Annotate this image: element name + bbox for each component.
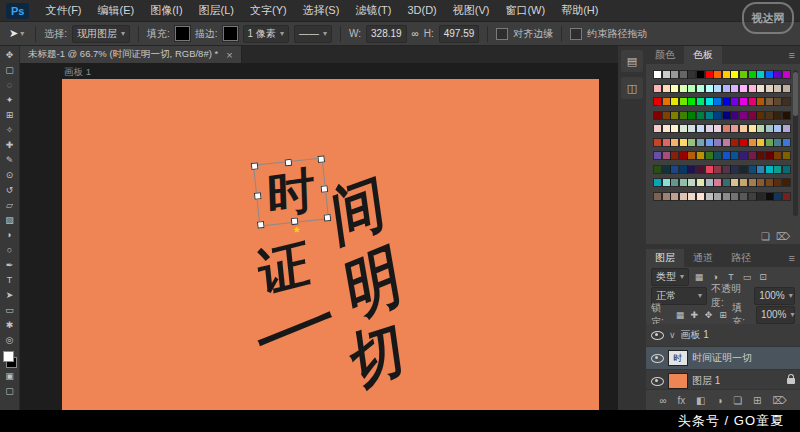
color-swatch[interactable]: [663, 166, 670, 173]
color-swatch[interactable]: [680, 179, 687, 186]
color-swatch[interactable]: [774, 71, 781, 78]
color-swatch[interactable]: [731, 112, 738, 119]
color-swatch[interactable]: [654, 139, 661, 146]
color-swatch[interactable]: [774, 179, 781, 186]
color-swatch[interactable]: [714, 71, 721, 78]
color-swatch[interactable]: [671, 125, 678, 132]
color-swatch[interactable]: [697, 179, 704, 186]
color-swatch[interactable]: [671, 71, 678, 78]
color-swatch[interactable]: [723, 139, 730, 146]
color-swatch[interactable]: [757, 71, 764, 78]
document-tab[interactable]: 未标题-1 @ 66.7% (时间证明一切, RGB/8#) * ×: [20, 46, 242, 63]
color-swatch[interactable]: [774, 98, 781, 105]
delete-layer-icon[interactable]: ⌦: [772, 395, 786, 406]
color-swatch[interactable]: [740, 125, 747, 132]
color-swatch[interactable]: [749, 152, 756, 159]
color-swatch[interactable]: [706, 166, 713, 173]
color-swatch[interactable]: [688, 112, 695, 119]
color-swatch[interactable]: [774, 85, 781, 92]
color-swatch[interactable]: [749, 179, 756, 186]
color-swatch[interactable]: [714, 166, 721, 173]
color-swatch[interactable]: [688, 98, 695, 105]
color-swatch[interactable]: [757, 166, 764, 173]
gradient-tool[interactable]: ▨: [2, 213, 18, 227]
menu-item[interactable]: 文件(F): [37, 4, 89, 16]
color-swatch[interactable]: [654, 98, 661, 105]
close-icon[interactable]: ×: [226, 49, 232, 61]
color-swatch[interactable]: [766, 152, 773, 159]
layer-mask-icon[interactable]: ◧: [696, 395, 705, 406]
layer-row[interactable]: ∨画板 1: [646, 324, 800, 347]
color-swatch[interactable]: [654, 193, 661, 200]
color-swatch[interactable]: [783, 193, 790, 200]
color-swatch[interactable]: [749, 98, 756, 105]
artboard[interactable]: [62, 79, 599, 410]
artboard-label[interactable]: 画板 1: [64, 66, 91, 79]
quick-selection-tool[interactable]: ✦: [2, 93, 18, 107]
new-swatch-icon[interactable]: ❏: [761, 231, 770, 242]
color-swatch[interactable]: [663, 125, 670, 132]
color-swatch[interactable]: [774, 152, 781, 159]
color-swatch[interactable]: [766, 112, 773, 119]
color-swatch[interactable]: [714, 193, 721, 200]
color-swatch[interactable]: [774, 139, 781, 146]
color-swatch[interactable]: [663, 139, 670, 146]
stroke-swatch[interactable]: [223, 26, 238, 41]
transform-handle[interactable]: [254, 192, 262, 200]
color-swatch[interactable]: [697, 166, 704, 173]
fill-opacity-dropdown[interactable]: 100% ▾: [756, 306, 795, 324]
filter-shape-icon[interactable]: ▭: [741, 272, 753, 282]
lock-all-icon[interactable]: ⊞: [718, 310, 728, 320]
clone-stamp-tool[interactable]: ⊙: [2, 168, 18, 182]
color-swatch[interactable]: [706, 125, 713, 132]
lock-pixels-icon[interactable]: ✚: [689, 310, 699, 320]
color-swatch[interactable]: [731, 125, 738, 132]
color-swatch[interactable]: [757, 193, 764, 200]
color-swatch[interactable]: [783, 71, 790, 78]
color-swatch[interactable]: [680, 85, 687, 92]
color-swatch[interactable]: [680, 98, 687, 105]
color-swatch[interactable]: [757, 152, 764, 159]
quick-mask-icon[interactable]: ▣: [2, 369, 18, 383]
filter-type-dropdown[interactable]: 类型 ▾: [651, 268, 689, 286]
color-swatch[interactable]: [766, 71, 773, 78]
color-swatch[interactable]: [697, 139, 704, 146]
color-swatch[interactable]: [680, 193, 687, 200]
color-swatch[interactable]: [766, 193, 773, 200]
color-swatch[interactable]: [740, 193, 747, 200]
color-swatch[interactable]: [757, 139, 764, 146]
color-swatch[interactable]: [723, 71, 730, 78]
transform-handle[interactable]: [321, 185, 329, 193]
color-swatch[interactable]: [714, 112, 721, 119]
transform-bbox[interactable]: [253, 158, 329, 227]
blur-tool[interactable]: ◗: [2, 228, 18, 242]
menu-item[interactable]: 编辑(E): [90, 4, 143, 16]
color-swatch[interactable]: [749, 166, 756, 173]
delete-swatch-icon[interactable]: ⌦: [776, 231, 790, 242]
color-swatch[interactable]: [671, 139, 678, 146]
move-tool[interactable]: ✥: [2, 48, 18, 62]
link-dimensions-icon[interactable]: ∞: [412, 28, 419, 39]
color-swatch[interactable]: [688, 193, 695, 200]
color-swatch[interactable]: [671, 193, 678, 200]
color-swatch[interactable]: [783, 179, 790, 186]
color-swatch[interactable]: [688, 125, 695, 132]
select-mode-dropdown[interactable]: 现用图层 ▾: [72, 25, 130, 43]
layer-row[interactable]: 图层 1: [646, 370, 800, 389]
color-swatch[interactable]: [749, 139, 756, 146]
color-swatch[interactable]: [723, 112, 730, 119]
color-swatch[interactable]: [749, 125, 756, 132]
collapsed-panel-icon-a[interactable]: ▤: [621, 50, 643, 72]
color-swatch[interactable]: [688, 179, 695, 186]
opacity-dropdown[interactable]: 100% ▾: [754, 287, 795, 305]
color-swatch[interactable]: [766, 85, 773, 92]
type-tool[interactable]: T: [2, 273, 18, 287]
transform-handle[interactable]: [285, 159, 293, 167]
color-swatch[interactable]: [783, 125, 790, 132]
color-swatch[interactable]: [783, 112, 790, 119]
color-swatch[interactable]: [731, 98, 738, 105]
tab-channels[interactable]: 通道: [684, 249, 722, 267]
disclosure-icon[interactable]: ∨: [669, 330, 676, 340]
color-swatch[interactable]: [774, 125, 781, 132]
filter-adjustment-icon[interactable]: ◑: [709, 272, 721, 282]
